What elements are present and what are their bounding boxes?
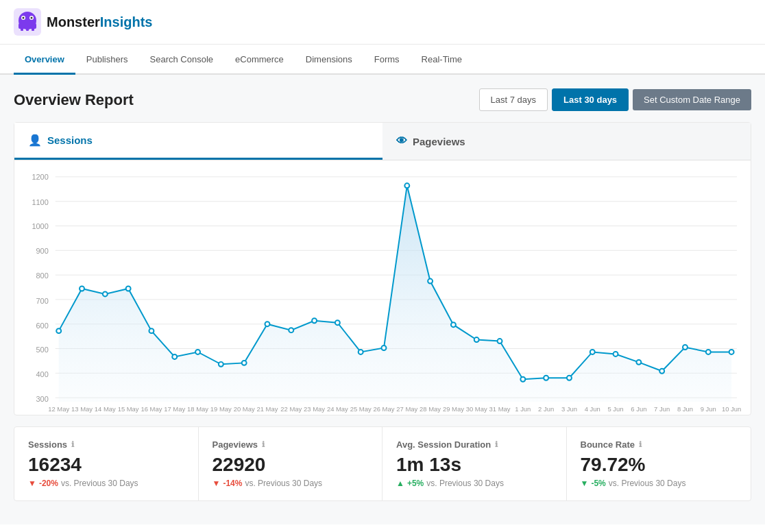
pageviews-change: -14%: [223, 479, 242, 488]
svg-point-46: [404, 183, 409, 188]
svg-text:2 Jun: 2 Jun: [538, 405, 554, 413]
svg-text:21 May: 21 May: [256, 405, 278, 413]
svg-text:1100: 1100: [32, 198, 48, 206]
bounce-change: -5%: [591, 479, 605, 488]
svg-point-51: [520, 377, 525, 382]
main-nav: Overview Publishers Search Console eComm…: [0, 45, 765, 75]
stat-avg-session-compare: ▲ +5% vs. Previous 30 Days: [396, 479, 552, 488]
stat-pageviews-value: 22920: [212, 454, 369, 476]
svg-text:800: 800: [36, 271, 49, 280]
svg-text:12 May: 12 May: [48, 405, 69, 413]
svg-text:15 May: 15 May: [118, 405, 139, 413]
stat-pageviews-info-icon[interactable]: ℹ: [262, 440, 265, 449]
logo-plain: Monster: [47, 14, 100, 29]
svg-text:4 Jun: 4 Jun: [585, 405, 600, 413]
last-7-days-button[interactable]: Last 7 days: [479, 88, 548, 111]
svg-text:13 May: 13 May: [71, 405, 93, 413]
svg-text:31 May: 31 May: [489, 405, 511, 413]
svg-text:400: 400: [36, 370, 49, 378]
svg-text:14 May: 14 May: [95, 405, 116, 413]
nav-item-ecommerce[interactable]: eCommerce: [224, 45, 295, 75]
svg-text:1000: 1000: [32, 222, 48, 230]
stat-avg-session-label: Avg. Session Duration: [396, 439, 491, 450]
svg-text:29 May: 29 May: [443, 405, 464, 413]
svg-point-32: [80, 287, 84, 291]
svg-text:22 May: 22 May: [280, 405, 302, 413]
stat-sessions-info-icon[interactable]: ℹ: [71, 440, 74, 449]
stat-sessions: Sessions ℹ 16234 ▼ -20% vs. Previous 30 …: [14, 427, 199, 500]
svg-point-47: [428, 279, 433, 284]
avg-session-change: +5%: [407, 479, 424, 488]
svg-point-57: [659, 369, 664, 374]
eye-icon: 👁: [396, 135, 407, 147]
nav-item-forms[interactable]: Forms: [363, 45, 411, 75]
svg-point-53: [567, 376, 572, 380]
custom-date-range-button[interactable]: Set Custom Date Range: [633, 89, 751, 110]
svg-text:27 May: 27 May: [396, 405, 417, 413]
svg-text:23 May: 23 May: [304, 405, 325, 413]
nav-item-publishers[interactable]: Publishers: [75, 45, 139, 75]
svg-text:1200: 1200: [32, 173, 48, 181]
stat-pageviews-compare: ▼ -14% vs. Previous 30 Days: [212, 479, 369, 488]
nav-item-dimensions[interactable]: Dimensions: [295, 45, 363, 75]
svg-text:20 May: 20 May: [234, 405, 255, 413]
tab-sessions[interactable]: 👤 Sessions: [14, 123, 382, 160]
tab-pageviews[interactable]: 👁 Pageviews: [382, 123, 751, 160]
pageviews-trend-icon: ▼: [212, 479, 221, 488]
stat-avg-session-value: 1m 13s: [396, 454, 552, 476]
svg-text:5 Jun: 5 Jun: [608, 405, 624, 413]
stat-pageviews: Pageviews ℹ 22920 ▼ -14% vs. Previous 30…: [199, 427, 383, 500]
monster-logo-icon: [14, 8, 41, 36]
svg-text:7 Jun: 7 Jun: [654, 405, 670, 413]
svg-point-36: [172, 354, 177, 359]
logo-accent: Insights: [100, 14, 153, 29]
sessions-chart: 1200 1100 1000 900 800 700 600 500 400 3…: [21, 167, 744, 413]
stat-bounce-label: Bounce Rate: [581, 439, 635, 450]
svg-point-5: [23, 17, 25, 19]
svg-point-42: [312, 318, 317, 323]
svg-point-39: [242, 361, 247, 365]
svg-point-40: [265, 322, 269, 326]
stat-sessions-compare: ▼ -20% vs. Previous 30 Days: [28, 479, 184, 488]
date-controls: Last 7 days Last 30 days Set Custom Date…: [479, 88, 751, 111]
svg-text:19 May: 19 May: [210, 405, 232, 413]
svg-point-45: [382, 346, 387, 350]
sessions-trend-icon: ▼: [28, 479, 36, 488]
stat-bounce-info-icon[interactable]: ℹ: [639, 440, 642, 449]
svg-point-6: [31, 17, 33, 19]
svg-point-35: [149, 328, 154, 333]
svg-point-60: [729, 350, 734, 354]
stat-sessions-label: Sessions: [28, 439, 67, 450]
stat-bounce-value: 79.72%: [581, 454, 738, 476]
nav-item-realtime[interactable]: Real-Time: [411, 45, 473, 75]
sessions-change: -20%: [39, 479, 58, 488]
svg-text:24 May: 24 May: [327, 405, 348, 413]
stat-sessions-value: 16234: [28, 454, 184, 476]
svg-point-43: [335, 320, 340, 325]
stat-avg-session-info-icon[interactable]: ℹ: [495, 440, 498, 449]
svg-point-52: [544, 376, 548, 380]
chart-container: 👤 Sessions 👁 Pageviews 1200 1100: [14, 122, 751, 415]
stat-bounce-compare: ▼ -5% vs. Previous 30 Days: [581, 479, 738, 488]
svg-text:8 Jun: 8 Jun: [677, 405, 693, 413]
chart-tabs: 👤 Sessions 👁 Pageviews: [14, 123, 751, 160]
svg-rect-8: [26, 27, 29, 31]
svg-text:25 May: 25 May: [350, 405, 372, 413]
stat-bounce-rate: Bounce Rate ℹ 79.72% ▼ -5% vs. Previous …: [567, 427, 751, 500]
svg-point-54: [590, 350, 595, 354]
svg-text:17 May: 17 May: [164, 405, 185, 413]
svg-point-48: [451, 322, 456, 327]
svg-point-44: [359, 350, 363, 354]
stat-avg-session: Avg. Session Duration ℹ 1m 13s ▲ +5% vs.…: [382, 427, 567, 500]
person-icon: 👤: [28, 134, 42, 147]
last-30-days-button[interactable]: Last 30 days: [552, 88, 629, 111]
svg-text:1 Jun: 1 Jun: [515, 405, 531, 413]
svg-rect-7: [21, 27, 23, 31]
nav-item-overview[interactable]: Overview: [14, 45, 75, 75]
svg-text:10 Jun: 10 Jun: [722, 405, 741, 413]
bounce-trend-icon: ▼: [581, 479, 589, 488]
logo-text: MonsterInsights: [47, 14, 152, 30]
nav-item-search-console[interactable]: Search Console: [139, 45, 225, 75]
svg-text:16 May: 16 May: [141, 405, 162, 413]
svg-text:30 May: 30 May: [466, 405, 487, 413]
